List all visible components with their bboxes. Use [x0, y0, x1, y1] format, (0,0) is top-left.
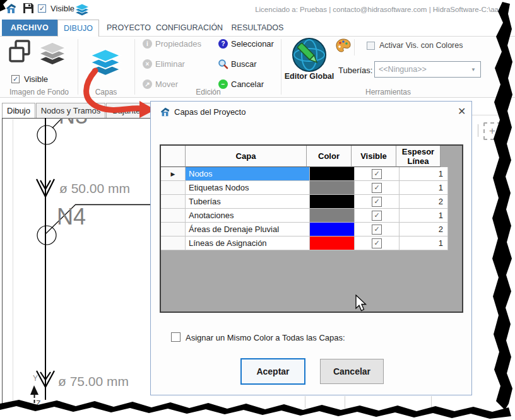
visible-checkbox[interactable]: ✓	[372, 169, 382, 179]
doc-tab-nodos-label: Nodos y Tramos	[41, 106, 101, 115]
layer-thickness-cell[interactable]: 1	[400, 236, 448, 250]
row-selector-cell[interactable]	[161, 181, 186, 195]
accept-button-label: Aceptar	[256, 366, 289, 376]
table-row[interactable]: Tuberías ✓ 2	[161, 195, 462, 209]
layer-thickness-cell[interactable]: 2	[400, 195, 448, 209]
group-label-edicion: Edición	[170, 88, 246, 96]
layer-name-cell[interactable]: Anotaciones	[186, 209, 310, 223]
check-icon: ✓	[13, 76, 18, 83]
tab-dibujo-label: DIBUJO	[64, 24, 93, 33]
table-row[interactable]: Áreas de Drenaje Pluvial ✓ 2	[161, 223, 462, 236]
chevron-down-icon: ▼	[471, 67, 480, 73]
layer-visible-cell[interactable]: ✓	[355, 209, 400, 223]
tab-resultados[interactable]: RESULTADOS	[230, 20, 285, 36]
layer-name-cell[interactable]: Áreas de Drenaje Pluvial	[186, 223, 310, 236]
visible-checkbox[interactable]: ✓	[372, 183, 382, 193]
activate-colors-checkbox[interactable]	[367, 42, 375, 50]
background-image-icon[interactable]	[9, 40, 30, 63]
doc-tab-dibujo[interactable]: Dibujo	[2, 103, 35, 118]
row-selector-cell[interactable]	[161, 195, 186, 209]
tuberias-dropdown[interactable]: <<Ninguna>> ▼	[374, 61, 481, 78]
doc-tab-bajantes[interactable]: Bajantes	[106, 103, 151, 118]
select-button[interactable]: Seleccionar	[231, 39, 274, 49]
global-editor-icon[interactable]	[292, 37, 327, 73]
palette-icon[interactable]	[336, 38, 351, 52]
layer-name-cell[interactable]: Tuberías	[186, 195, 310, 209]
cancel-button[interactable]: Cancelar	[320, 359, 384, 384]
tab-archivo-label: ARCHIVO	[11, 23, 49, 32]
layer-visible-cell[interactable]: ✓	[355, 167, 400, 181]
header-row-selector	[161, 146, 186, 167]
layer-thickness-cell[interactable]: 2	[400, 223, 448, 236]
delete-icon: ×	[143, 59, 152, 69]
group-label-herramientas: Herramientas	[341, 88, 435, 96]
table-row[interactable]: ▶ Nodos ✓ 1	[161, 167, 462, 181]
dialog-title: Capas del Proyecto	[174, 107, 246, 117]
tab-resultados-label: RESULTADOS	[232, 23, 284, 32]
row-selector-cell[interactable]	[161, 209, 186, 223]
doc-tab-nodos-y-tramos[interactable]: Nodos y Tramos	[36, 103, 105, 118]
layer-color-swatch[interactable]	[310, 223, 355, 236]
select-icon[interactable]: ?	[218, 39, 228, 49]
search-icon[interactable]	[218, 59, 228, 69]
visible-checkbox[interactable]: ✓	[372, 197, 382, 207]
accept-button[interactable]: Aceptar	[240, 358, 305, 385]
tab-dibujo[interactable]: DIBUJO	[57, 20, 99, 37]
layer-name-cell[interactable]: Etiquetas Nodos	[186, 181, 310, 195]
quick-visible-checkbox[interactable]: ✓	[38, 4, 46, 13]
background-layers-icon[interactable]	[38, 42, 67, 66]
layer-color-swatch[interactable]	[310, 209, 355, 223]
layer-color-swatch[interactable]	[310, 167, 355, 181]
layer-name-cell[interactable]: Nodos	[186, 167, 310, 181]
properties-icon: i	[143, 39, 152, 49]
save-icon[interactable]	[23, 3, 34, 14]
layer-color-swatch[interactable]	[310, 181, 355, 195]
layer-color-swatch[interactable]	[310, 236, 355, 250]
tuberias-label: Tuberías:	[338, 66, 372, 75]
tab-proyecto[interactable]: PROYECTO	[104, 20, 154, 36]
visible-checkbox[interactable]: ✓	[372, 211, 382, 221]
layer-visible-cell[interactable]: ✓	[355, 181, 400, 195]
table-row[interactable]: Anotaciones ✓ 1	[161, 209, 462, 223]
visible-checkbox[interactable]: ✓	[372, 238, 382, 248]
layer-visible-cell[interactable]: ✓	[355, 195, 400, 209]
layer-color-swatch[interactable]	[310, 195, 355, 209]
layers-icon[interactable]	[74, 3, 90, 17]
layer-thickness-cell[interactable]: 1	[400, 209, 448, 223]
tuberias-dropdown-value: <<Ninguna>>	[375, 65, 471, 74]
cancel-button-label: Cancelar	[333, 366, 370, 376]
license-text: Licenciado a: Pruebas | contacto@hidraso…	[255, 6, 499, 13]
quick-visible-label: Visible	[50, 4, 74, 13]
background-visible-checkbox[interactable]: ✓	[11, 75, 20, 83]
tab-configuracion[interactable]: CONFIGURACIÓN	[157, 20, 222, 36]
tools-separator	[354, 39, 355, 55]
row-selector-cell[interactable]	[161, 236, 186, 250]
axis-z-label: Z	[36, 399, 40, 408]
pipe-diameter-50-label: ø 50.00 mm	[59, 181, 130, 195]
global-editor-button[interactable]: Editor Global	[283, 72, 336, 81]
app-home-icon[interactable]	[5, 3, 17, 15]
row-selector-cell[interactable]: ▶	[161, 167, 186, 181]
layer-thickness-cell[interactable]: 1	[400, 167, 448, 181]
table-row[interactable]: Etiquetas Nodos ✓ 1	[161, 181, 462, 195]
group-separator	[134, 39, 135, 95]
tab-proyecto-label: PROYECTO	[107, 23, 151, 32]
layer-thickness-cell[interactable]: 1	[400, 181, 448, 195]
row-selector-cell[interactable]	[161, 223, 186, 236]
group-label-capas: Capas	[82, 88, 130, 96]
header-visible: Visible	[352, 146, 396, 167]
tab-archivo[interactable]: ARCHIVO	[2, 20, 57, 36]
layer-visible-cell[interactable]: ✓	[355, 223, 400, 236]
layer-name-cell[interactable]: Líneas de Asignación	[186, 236, 310, 250]
capas-button-icon[interactable]	[89, 48, 122, 77]
search-button[interactable]: Buscar	[231, 59, 256, 69]
zoom-selection-icon[interactable]: +	[483, 122, 501, 140]
layer-visible-cell[interactable]: ✓	[355, 236, 400, 250]
same-color-checkbox[interactable]	[171, 332, 181, 342]
visible-checkbox[interactable]: ✓	[372, 225, 382, 235]
group-separator	[281, 39, 281, 95]
close-icon[interactable]: ✕	[458, 105, 466, 117]
doc-tab-dibujo-label: Dibujo	[7, 106, 30, 115]
plus-icon: +	[489, 125, 495, 137]
table-row[interactable]: Líneas de Asignación ✓ 1	[161, 236, 462, 250]
